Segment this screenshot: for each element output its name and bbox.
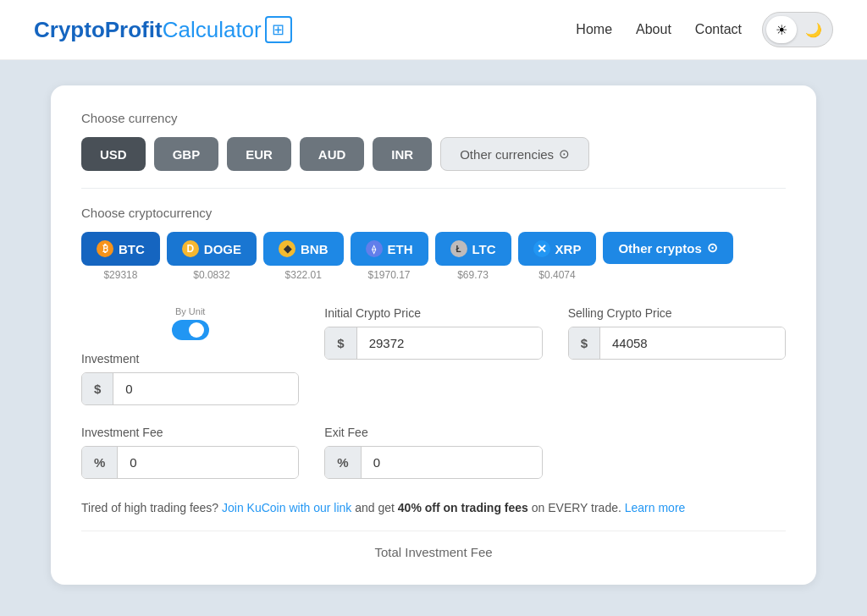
- main-wrapper: Choose currency USD GBP EUR AUD INR Othe…: [0, 60, 867, 616]
- crypto-bnb-button[interactable]: ◆ BNB: [263, 232, 344, 266]
- inputs-row-2: Investment Fee % Exit Fee %: [81, 426, 786, 479]
- selling-price-input[interactable]: [600, 327, 785, 359]
- bnb-icon: ◆: [279, 240, 295, 257]
- investment-label: Investment: [81, 352, 299, 366]
- main-card: Choose currency USD GBP EUR AUD INR Othe…: [51, 85, 816, 585]
- crypto-row: ₿ BTC $29318 D DOGE $0.0832 ◆ BNB: [81, 232, 786, 281]
- currency-inr[interactable]: INR: [373, 137, 432, 171]
- eth-label: ETH: [388, 242, 413, 256]
- other-cryptos-chevron-icon: ⊙: [707, 240, 718, 256]
- dark-mode-button[interactable]: 🌙: [798, 16, 829, 43]
- bnb-label: BNB: [301, 242, 329, 256]
- theme-toggle: ☀ 🌙: [762, 12, 833, 47]
- investment-fee-prefix: %: [82, 447, 118, 478]
- btc-icon: ₿: [97, 240, 113, 257]
- crypto-other-wrapper: Other cryptos ⊙: [603, 232, 732, 264]
- investment-input[interactable]: [113, 373, 298, 404]
- inputs-row-1: By Unit Investment $ Initial Crypto Pric…: [81, 306, 786, 405]
- promo-text-after: on EVERY trade.: [532, 501, 625, 514]
- investment-fee-input-wrapper: %: [81, 446, 299, 479]
- total-footer: Total Investment Fee: [81, 531, 786, 559]
- xrp-icon: ✕: [533, 240, 550, 257]
- logo[interactable]: CryptoProfitCalculator ⊞: [34, 16, 292, 43]
- logo-calculator: Calculator: [163, 17, 262, 43]
- doge-icon: D: [182, 240, 199, 257]
- nav-home[interactable]: Home: [576, 22, 612, 37]
- other-currencies-label: Other currencies: [460, 147, 554, 162]
- investment-prefix: $: [82, 373, 113, 404]
- currency-other[interactable]: Other currencies ⊙: [440, 137, 589, 171]
- investment-group: By Unit Investment $: [81, 306, 299, 405]
- investment-fee-group: Investment Fee %: [81, 426, 299, 479]
- selling-price-group: Selling Crypto Price $: [568, 306, 786, 405]
- promo-link-kucoin[interactable]: Join KuCoin with our link: [222, 501, 351, 514]
- initial-price-input[interactable]: [357, 327, 542, 359]
- crypto-doge-button[interactable]: D DOGE: [167, 232, 257, 266]
- nav-contact[interactable]: Contact: [695, 22, 742, 37]
- initial-price-group: Initial Crypto Price $: [324, 306, 542, 405]
- exit-fee-input[interactable]: [362, 447, 543, 478]
- crypto-ltc-button[interactable]: Ł LTC: [435, 232, 511, 266]
- crypto-btc-wrapper: ₿ BTC $29318: [81, 232, 160, 281]
- exit-fee-label: Exit Fee: [324, 426, 542, 439]
- currency-aud[interactable]: AUD: [300, 137, 365, 171]
- by-unit-toggle[interactable]: [172, 320, 209, 340]
- other-cryptos-label: Other cryptos: [618, 241, 701, 256]
- currency-row: USD GBP EUR AUD INR Other currencies ⊙: [81, 137, 786, 171]
- promo-text-middle: and get: [355, 501, 398, 514]
- currency-label: Choose currency: [81, 111, 786, 125]
- promo-link-learn-more[interactable]: Learn more: [625, 501, 686, 514]
- crypto-xrp-wrapper: ✕ XRP $0.4074: [518, 232, 597, 281]
- navbar: CryptoProfitCalculator ⊞ Home About Cont…: [0, 0, 867, 60]
- bnb-price: $322.01: [285, 269, 322, 281]
- currency-gbp[interactable]: GBP: [154, 137, 219, 171]
- crypto-label: Choose cryptocurrency: [81, 206, 786, 220]
- by-unit-label: By Unit: [175, 306, 205, 316]
- currency-eur[interactable]: EUR: [227, 137, 291, 171]
- doge-price: $0.0832: [193, 269, 229, 281]
- inputs-section: By Unit Investment $ Initial Crypto Pric…: [81, 306, 786, 559]
- crypto-eth-button[interactable]: ⟠ ETH: [351, 232, 428, 266]
- crypto-xrp-button[interactable]: ✕ XRP: [518, 232, 597, 266]
- crypto-eth-wrapper: ⟠ ETH $1970.17: [351, 232, 428, 281]
- promo-text-before: Tired of high trading fees?: [81, 501, 218, 514]
- selling-price-prefix: $: [569, 327, 600, 359]
- selling-price-label: Selling Crypto Price: [568, 306, 786, 320]
- crypto-btc-button[interactable]: ₿ BTC: [81, 232, 160, 266]
- crypto-bnb-wrapper: ◆ BNB $322.01: [263, 232, 344, 281]
- light-mode-button[interactable]: ☀: [766, 16, 797, 43]
- toggle-slider: [172, 320, 209, 340]
- doge-label: DOGE: [204, 242, 241, 256]
- total-investment-fee-label: Total Investment Fee: [374, 545, 492, 559]
- toggle-wrapper: By Unit: [81, 306, 299, 340]
- nav-about[interactable]: About: [636, 22, 671, 37]
- crypto-other-button[interactable]: Other cryptos ⊙: [603, 232, 732, 264]
- logo-crypto: Crypto: [34, 17, 105, 43]
- exit-fee-input-wrapper: %: [324, 446, 542, 479]
- crypto-ltc-wrapper: Ł LTC $69.73: [435, 232, 511, 281]
- currency-usd[interactable]: USD: [81, 137, 146, 171]
- btc-price: $29318: [103, 269, 137, 281]
- promo-text: Tired of high trading fees? Join KuCoin …: [81, 499, 786, 517]
- selling-price-input-wrapper: $: [568, 327, 786, 360]
- initial-price-prefix: $: [325, 327, 356, 359]
- exit-fee-prefix: %: [325, 447, 361, 478]
- divider-1: [81, 188, 786, 189]
- logo-icon: ⊞: [265, 16, 292, 43]
- investment-fee-label: Investment Fee: [81, 426, 299, 439]
- exit-fee-group: Exit Fee %: [324, 426, 542, 479]
- ltc-label: LTC: [472, 242, 496, 256]
- eth-icon: ⟠: [366, 240, 383, 257]
- investment-fee-input[interactable]: [118, 447, 299, 478]
- other-currencies-chevron-icon: ⊙: [559, 146, 570, 162]
- promo-bold-text: 40% off on trading fees: [398, 501, 528, 514]
- investment-input-wrapper: $: [81, 372, 299, 405]
- btc-label: BTC: [119, 242, 145, 256]
- crypto-section: Choose cryptocurrency ₿ BTC $29318 D DOG…: [81, 206, 786, 281]
- ltc-price: $69.73: [457, 269, 489, 281]
- crypto-doge-wrapper: D DOGE $0.0832: [167, 232, 257, 281]
- initial-price-input-wrapper: $: [324, 327, 542, 360]
- nav-links: Home About Contact: [576, 22, 742, 37]
- eth-price: $1970.17: [367, 269, 410, 281]
- initial-price-label: Initial Crypto Price: [324, 306, 542, 320]
